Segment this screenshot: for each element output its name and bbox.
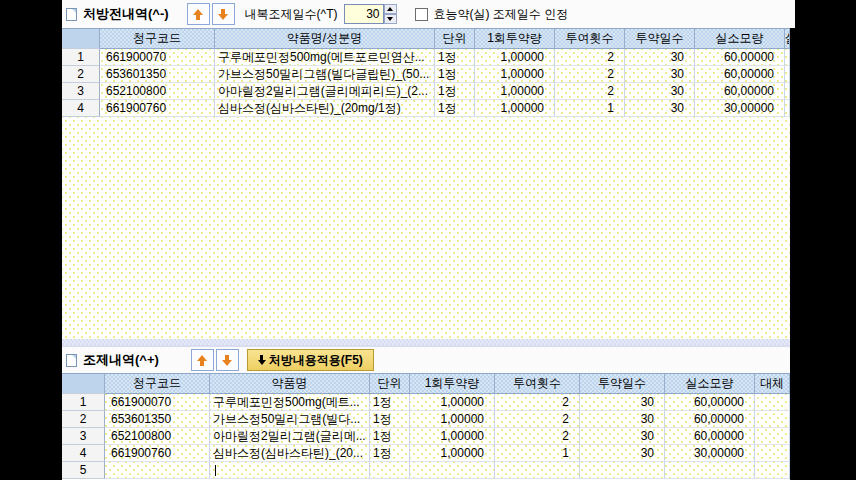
cell[interactable] bbox=[785, 49, 790, 66]
column-header[interactable]: 투약일수 bbox=[580, 374, 665, 394]
cell[interactable]: 아마릴정2밀리그램(글리메... bbox=[210, 428, 370, 445]
cell[interactable]: 2 bbox=[495, 411, 580, 428]
cell[interactable]: 2 bbox=[555, 83, 625, 100]
cell[interactable]: 30,00000 bbox=[665, 445, 755, 462]
cell[interactable]: 2 bbox=[555, 49, 625, 66]
cell[interactable]: 1정 bbox=[435, 66, 475, 83]
column-header[interactable]: 투약일수 bbox=[625, 29, 695, 49]
column-header[interactable]: 1회투약량 bbox=[410, 374, 495, 394]
column-header[interactable]: 청구코드 bbox=[105, 374, 210, 394]
cell[interactable]: 구루메포민정500mg(메트... bbox=[210, 394, 370, 411]
column-header[interactable]: 1회투약량 bbox=[475, 29, 555, 49]
dispense-days-input[interactable]: 30 bbox=[344, 4, 384, 24]
column-header[interactable]: 약품명/성분명 bbox=[215, 29, 435, 49]
column-header[interactable] bbox=[62, 374, 105, 394]
table-row[interactable]: 1661900070구루메포민정500mg(메트포르민염산...1정1,0000… bbox=[62, 49, 790, 66]
cell[interactable] bbox=[785, 66, 790, 83]
cell[interactable]: 60,00000 bbox=[695, 66, 785, 83]
spin-down-button[interactable] bbox=[384, 14, 397, 24]
move-row-down-button[interactable] bbox=[216, 349, 239, 371]
column-header[interactable]: 투여횟수 bbox=[555, 29, 625, 49]
cell[interactable] bbox=[755, 428, 790, 445]
cell[interactable]: 2 bbox=[495, 428, 580, 445]
cell[interactable]: 60,00000 bbox=[665, 411, 755, 428]
move-row-up-button[interactable] bbox=[187, 3, 210, 25]
cell[interactable]: 1,00000 bbox=[410, 445, 495, 462]
column-header[interactable]: 실 bbox=[785, 29, 790, 49]
row-number-cell[interactable]: 4 bbox=[62, 100, 100, 117]
move-row-up-button[interactable] bbox=[191, 349, 214, 371]
cell[interactable] bbox=[580, 462, 665, 479]
cell[interactable]: 30 bbox=[625, 66, 695, 83]
cell[interactable]: 1 bbox=[555, 100, 625, 117]
table-row[interactable]: 1661900070구루메포민정500mg(메트...1정1,000002306… bbox=[62, 394, 790, 411]
row-number-cell[interactable]: 1 bbox=[62, 394, 105, 411]
cell[interactable] bbox=[105, 462, 210, 479]
table-row[interactable]: 3652100800아마릴정2밀리그램(글리메피리드)_(2...1정1,000… bbox=[62, 83, 790, 100]
cell[interactable]: 30 bbox=[625, 49, 695, 66]
cell[interactable]: 1정 bbox=[370, 411, 410, 428]
row-number-cell[interactable]: 2 bbox=[62, 411, 105, 428]
row-number-cell[interactable]: 3 bbox=[62, 83, 100, 100]
cell[interactable]: 구루메포민정500mg(메트포르민염산... bbox=[215, 49, 435, 66]
row-number-cell[interactable]: 2 bbox=[62, 66, 100, 83]
cell[interactable]: 1,00000 bbox=[475, 66, 555, 83]
cell[interactable]: 652100800 bbox=[100, 83, 215, 100]
cell[interactable]: 1,00000 bbox=[410, 428, 495, 445]
column-header[interactable]: 청구코드 bbox=[100, 29, 215, 49]
cell[interactable] bbox=[755, 411, 790, 428]
cell[interactable] bbox=[755, 462, 790, 479]
column-header[interactable]: 실소모량 bbox=[695, 29, 785, 49]
cell[interactable]: 652100800 bbox=[105, 428, 210, 445]
cell[interactable] bbox=[785, 100, 790, 117]
row-number-cell[interactable]: 4 bbox=[62, 445, 105, 462]
efficacy-days-checkbox[interactable] bbox=[415, 8, 428, 21]
cell[interactable]: 30 bbox=[580, 428, 665, 445]
cell[interactable]: 1정 bbox=[435, 49, 475, 66]
cell[interactable]: 653601350 bbox=[100, 66, 215, 83]
cell[interactable]: 30 bbox=[580, 445, 665, 462]
column-header[interactable]: 대체 bbox=[755, 374, 790, 394]
spin-up-button[interactable] bbox=[384, 4, 397, 14]
column-header[interactable]: 약품명 bbox=[210, 374, 370, 394]
cell[interactable]: 심바스정(심바스타틴)_(20mg/1정) bbox=[215, 100, 435, 117]
cell[interactable]: 2 bbox=[555, 66, 625, 83]
column-header[interactable] bbox=[62, 29, 100, 49]
cell[interactable]: 가브스정50밀리그램(빌다... bbox=[210, 411, 370, 428]
cell[interactable]: 1,00000 bbox=[410, 411, 495, 428]
cell[interactable]: 심바스정(심바스타틴)_(20... bbox=[210, 445, 370, 462]
cell[interactable]: 60,00000 bbox=[665, 428, 755, 445]
table-row[interactable]: 2653601350가브스정50밀리그램(빌다글립틴)_(50...1정1,00… bbox=[62, 66, 790, 83]
cell[interactable]: 1,00000 bbox=[475, 83, 555, 100]
cell[interactable] bbox=[755, 394, 790, 411]
cell[interactable]: 2 bbox=[495, 394, 580, 411]
cell[interactable]: 661900760 bbox=[105, 445, 210, 462]
cell[interactable] bbox=[665, 462, 755, 479]
column-header[interactable]: 단위 bbox=[370, 374, 410, 394]
column-header[interactable]: 단위 bbox=[435, 29, 475, 49]
table-row[interactable]: 4661900760심바스정(심바스타틴)_(20...1정1,00000130… bbox=[62, 445, 790, 462]
cell[interactable] bbox=[410, 462, 495, 479]
column-header[interactable]: 실소모량 bbox=[665, 374, 755, 394]
row-number-cell[interactable]: 1 bbox=[62, 49, 100, 66]
cell[interactable]: 1정 bbox=[370, 428, 410, 445]
cell[interactable]: 661900070 bbox=[105, 394, 210, 411]
cell[interactable]: 아마릴정2밀리그램(글리메피리드)_(2... bbox=[215, 83, 435, 100]
table-row[interactable]: 3652100800아마릴정2밀리그램(글리메...1정1,0000023060… bbox=[62, 428, 790, 445]
cell[interactable]: 1정 bbox=[370, 394, 410, 411]
row-number-cell[interactable]: 3 bbox=[62, 428, 105, 445]
table-row[interactable]: 2653601350가브스정50밀리그램(빌다...1정1,0000023060… bbox=[62, 411, 790, 428]
cell[interactable]: 30,00000 bbox=[695, 100, 785, 117]
cell[interactable]: 가브스정50밀리그램(빌다글립틴)_(50... bbox=[215, 66, 435, 83]
column-header[interactable]: 투여횟수 bbox=[495, 374, 580, 394]
cell[interactable]: 30 bbox=[625, 83, 695, 100]
cell[interactable]: 30 bbox=[625, 100, 695, 117]
cell[interactable]: 1,00000 bbox=[475, 49, 555, 66]
cell[interactable]: 30 bbox=[580, 394, 665, 411]
cell[interactable]: 60,00000 bbox=[695, 49, 785, 66]
cell[interactable]: 1,00000 bbox=[475, 100, 555, 117]
cell[interactable]: 30 bbox=[580, 411, 665, 428]
cell[interactable]: 60,00000 bbox=[695, 83, 785, 100]
cell[interactable] bbox=[210, 462, 370, 479]
cell[interactable] bbox=[755, 445, 790, 462]
